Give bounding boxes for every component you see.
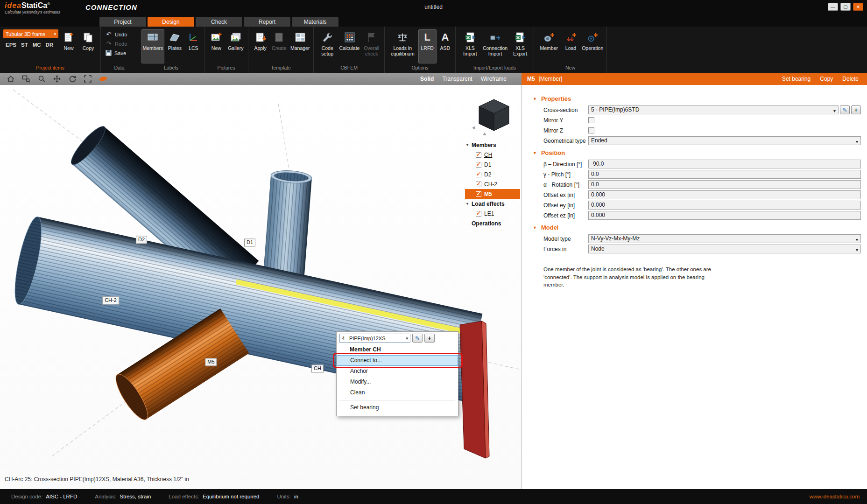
loads-in-equilibrium-button[interactable]: Loads in equilibrium (388, 29, 417, 63)
zoom-window-button[interactable] (20, 74, 32, 84)
section-position[interactable]: ▼ Position (533, 149, 867, 156)
picture-gallery-button[interactable]: Gallery (226, 29, 246, 63)
titlebar: ideaStatiCa® Calculate yesterday's estim… (0, 0, 867, 15)
new-project-item-button[interactable]: New (59, 29, 78, 63)
edit-cross-section-button[interactable]: ✎ (840, 105, 850, 114)
view-mode-wireframe[interactable]: Wireframe (481, 76, 507, 82)
tab-design[interactable]: Design (148, 17, 194, 27)
frame-template-dropdown[interactable]: Tubular 3D frame ▾ (3, 29, 58, 38)
menu-item-anchor[interactable]: Anchor (337, 366, 458, 377)
undo-button[interactable]: ↶Undo (104, 30, 135, 38)
tab-check[interactable]: Check (196, 17, 242, 27)
add-cross-section-button[interactable]: + (851, 105, 861, 114)
lrfd-button[interactable]: L LRFD (418, 29, 437, 63)
tree-item-ch2[interactable]: CH-2 (465, 179, 520, 189)
asd-icon: A (439, 31, 451, 43)
navigation-cube[interactable] (471, 95, 515, 135)
tab-project[interactable]: Project (99, 17, 146, 27)
section-properties[interactable]: ▼ Properties (533, 95, 867, 102)
geometrical-type-select[interactable]: Ended (588, 136, 861, 145)
labels-plates-button[interactable]: Plates (165, 29, 184, 63)
zoom-button[interactable] (35, 74, 48, 84)
tab-report[interactable]: Report (244, 17, 290, 27)
dr-button[interactable]: DR (44, 41, 55, 49)
member-label-m5: M5 (205, 358, 217, 366)
home-view-button[interactable] (5, 74, 17, 84)
delete-member-button[interactable]: Delete (842, 76, 859, 82)
checkbox[interactable] (476, 182, 481, 187)
offset-ex-input[interactable]: 0.000 (588, 190, 861, 199)
tree-item-m5[interactable]: M5 (465, 189, 520, 199)
template-manager-button[interactable]: Manager (289, 29, 311, 63)
3d-viewport[interactable]: D2 D1 CH-2 M5 CH ▾ Members (0, 85, 522, 489)
tree-item-ch[interactable]: CH (465, 150, 520, 160)
checkbox[interactable] (476, 191, 481, 197)
save-button[interactable]: Save (104, 49, 135, 57)
xls-export-button[interactable]: XLS Export (509, 29, 531, 63)
view-mode-solid[interactable]: Solid (420, 76, 434, 82)
mirror-z-checkbox[interactable] (588, 127, 594, 133)
tree-members-header[interactable]: ▾ Members (465, 140, 520, 150)
calculate-button[interactable]: Calculate (338, 29, 360, 63)
overall-check-button[interactable]: Overall check (361, 29, 382, 63)
labels-members-button[interactable]: Members (141, 29, 164, 63)
mirror-y-checkbox[interactable] (588, 117, 594, 123)
offset-ez-input[interactable]: 0.000 (588, 211, 861, 220)
tree-item-d1[interactable]: D1 (465, 160, 520, 169)
menu-item-connect-to[interactable]: Connect to... (337, 355, 458, 366)
maximize-button[interactable]: ▢ (840, 3, 851, 11)
member-cross-section-dropdown[interactable]: 4 - PIPE(Imp)12XS ▾ (339, 334, 410, 343)
cross-section-select[interactable]: 5 - PIPE(Imp)6STD (588, 105, 839, 114)
section-model[interactable]: ▼ Model (533, 224, 867, 231)
zoom-fit-button[interactable] (82, 74, 94, 84)
redo-icon: ↷ (106, 40, 112, 47)
checkbox[interactable] (476, 172, 481, 177)
tree-load-effects-header[interactable]: ▾ Load effects (465, 199, 520, 209)
new-operation-button[interactable]: Operation (581, 29, 605, 63)
copy-member-button[interactable]: Copy (820, 76, 833, 82)
website-link[interactable]: www.ideastatica.com (810, 494, 867, 499)
offset-ey-input[interactable]: 0.000 (588, 201, 861, 210)
tree-operations-header[interactable]: Operations (465, 218, 520, 228)
close-button[interactable]: ✕ (853, 3, 863, 11)
connection-import-button[interactable]: Connection Import (482, 29, 508, 63)
model-type-select[interactable]: N-Vy-Vz-Mx-My-Mz (588, 234, 861, 243)
code-setup-button[interactable]: Code setup (317, 29, 338, 63)
minimize-button[interactable]: — (828, 3, 838, 11)
checkbox[interactable] (476, 152, 481, 158)
new-load-button[interactable]: Load (562, 29, 580, 63)
checkbox[interactable] (476, 211, 481, 217)
template-apply-button[interactable]: Apply (252, 29, 269, 63)
template-create-button[interactable]: Create (270, 29, 288, 63)
pan-button[interactable] (51, 74, 63, 84)
checkbox[interactable] (476, 162, 481, 168)
forces-in-select[interactable]: Node (588, 245, 861, 253)
picture-new-button[interactable]: New (208, 29, 225, 63)
rotate-view-button[interactable] (66, 74, 78, 84)
direction-input[interactable]: -90.0 (588, 160, 861, 168)
add-cross-section-button[interactable]: + (424, 334, 435, 343)
tree-item-le1[interactable]: LE1 (465, 209, 520, 218)
edit-cross-section-button[interactable]: ✎ (412, 334, 423, 343)
menu-item-clean[interactable]: Clean (337, 387, 458, 398)
menu-item-modify[interactable]: Modify... (337, 377, 458, 387)
rotation-input[interactable]: 0.0 (588, 180, 861, 189)
pitch-input[interactable]: 0.0 (588, 170, 861, 179)
tab-materials[interactable]: Materials (292, 17, 338, 27)
mc-button[interactable]: MC (31, 41, 42, 49)
set-bearing-button[interactable]: Set bearing (782, 76, 811, 82)
st-button[interactable]: ST (20, 41, 29, 49)
copy-project-item-button[interactable]: Copy (79, 29, 98, 63)
asd-button[interactable]: A ASD (437, 29, 453, 63)
view-mode-transparent[interactable]: Transparent (442, 76, 472, 82)
paint-mode-button[interactable] (97, 74, 109, 84)
calculate-icon (344, 31, 356, 43)
labels-lcs-button[interactable]: LCS (185, 29, 202, 63)
forces-in-label: Forces in (543, 246, 588, 252)
xls-import-button[interactable]: XLS Import (459, 29, 481, 63)
tree-item-d2[interactable]: D2 (465, 169, 520, 179)
new-member-button[interactable]: Member (537, 29, 561, 63)
eps-button[interactable]: EPS (4, 41, 18, 49)
redo-button[interactable]: ↷Redo (104, 40, 135, 48)
menu-item-set-bearing[interactable]: Set bearing (337, 402, 458, 413)
